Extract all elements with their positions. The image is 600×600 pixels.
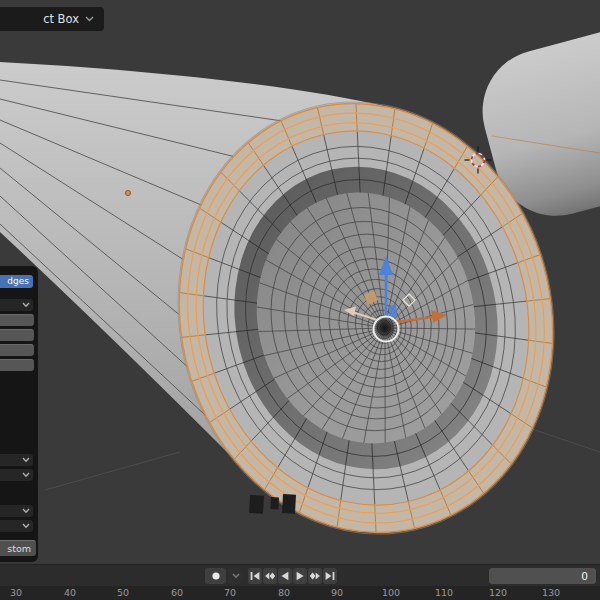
- operator-dropdown[interactable]: [0, 520, 33, 532]
- frame-tick-label: 40: [64, 587, 76, 598]
- jump-to-end-button[interactable]: [323, 568, 337, 584]
- chevron-down-icon: [22, 302, 30, 308]
- active-tool-label: ct Box: [43, 12, 79, 26]
- operator-dropdown[interactable]: [0, 454, 33, 466]
- previous-keyframe-button[interactable]: [263, 568, 277, 584]
- operator-button[interactable]: [0, 359, 34, 371]
- next-keyframe-icon: [309, 571, 321, 581]
- operator-panel-header[interactable]: dges: [0, 275, 33, 288]
- jump-to-start-button[interactable]: [248, 568, 262, 584]
- chevron-down-icon: [22, 508, 30, 514]
- frame-tick-label: 50: [117, 587, 129, 598]
- record-options-button[interactable]: [228, 568, 243, 584]
- timeline-scrub-ruler[interactable]: 30 40 50 60 70 80 90 100 110 120 130: [0, 586, 600, 600]
- play-button[interactable]: [293, 568, 307, 584]
- operator-button[interactable]: [0, 329, 34, 341]
- operator-panel: dges stom: [0, 266, 38, 562]
- frame-tick-label: 60: [171, 587, 183, 598]
- frame-tick-label: 130: [542, 587, 560, 598]
- operator-button[interactable]: [0, 344, 34, 356]
- play-reverse-button[interactable]: [278, 568, 292, 584]
- frame-tick-label: 80: [278, 587, 290, 598]
- frame-tick-label: 70: [224, 587, 236, 598]
- object-origin-dot: [125, 190, 130, 195]
- current-frame-field[interactable]: 0: [489, 568, 596, 584]
- frame-tick-label: 110: [435, 587, 453, 598]
- record-button[interactable]: [205, 568, 226, 584]
- chevron-down-icon: [22, 457, 30, 463]
- custom-button[interactable]: stom: [0, 540, 36, 556]
- jump-start-icon: [249, 571, 261, 581]
- play-reverse-icon: [279, 571, 291, 581]
- next-keyframe-button[interactable]: [308, 568, 322, 584]
- frame-tick-label: 30: [10, 587, 22, 598]
- frame-tick-label: 100: [382, 587, 400, 598]
- chevron-down-icon: [22, 523, 30, 529]
- viewport-3d[interactable]: [0, 0, 600, 600]
- chevron-down-icon: [22, 472, 30, 478]
- chevron-down-icon: [85, 16, 94, 22]
- operator-dropdown[interactable]: [0, 505, 33, 517]
- record-circle-icon: [211, 571, 221, 581]
- prev-keyframe-icon: [264, 571, 276, 581]
- active-tool-dropdown[interactable]: ct Box: [0, 7, 104, 31]
- operator-button[interactable]: [0, 314, 34, 326]
- operator-dropdown[interactable]: [0, 469, 33, 481]
- timeline-header: 0: [0, 564, 600, 586]
- chevron-down-icon: [232, 573, 240, 579]
- operator-dropdown[interactable]: [0, 299, 33, 311]
- frame-tick-label: 90: [331, 587, 343, 598]
- frame-tick-label: 120: [489, 587, 507, 598]
- play-icon: [294, 571, 306, 581]
- jump-end-icon: [324, 571, 336, 581]
